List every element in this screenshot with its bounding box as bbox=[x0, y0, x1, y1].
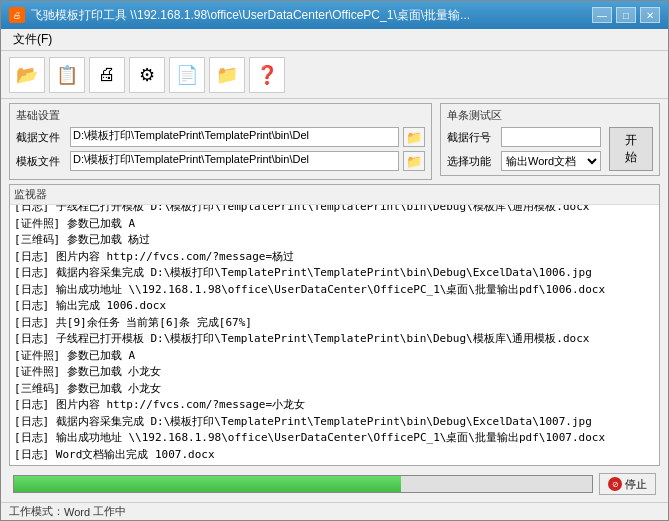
toolbar-clipboard[interactable]: 📋 bbox=[49, 57, 85, 93]
data-file-input[interactable]: D:\模板打印\TemplatePrint\TemplatePrint\bin\… bbox=[70, 127, 399, 147]
template-file-row: 模板文件 D:\模板打印\TemplatePrint\TemplatePrint… bbox=[16, 151, 425, 171]
progress-area: ⊘ 停止 bbox=[9, 470, 660, 498]
menu-file[interactable]: 文件(F) bbox=[5, 29, 60, 50]
maximize-button[interactable]: □ bbox=[616, 7, 636, 23]
log-line: [证件照] 参数已加载 A bbox=[14, 216, 655, 233]
data-file-folder-btn[interactable]: 📁 bbox=[403, 127, 425, 147]
stop-icon: ⊘ bbox=[608, 477, 622, 491]
template-file-input[interactable]: D:\模板打印\TemplatePrint\TemplatePrint\bin\… bbox=[70, 151, 399, 171]
data-file-label: 截据文件 bbox=[16, 130, 66, 145]
select-func-label: 选择功能 bbox=[447, 154, 497, 169]
log-line: [三维码] 参数已加载 杨过 bbox=[14, 232, 655, 249]
log-line: [日志] 子线程已打开模板 D:\模板打印\TemplatePrint\Temp… bbox=[14, 331, 655, 348]
title-bar: 🖨 飞驰模板打印工具 \\192.168.1.98\office\UserDat… bbox=[1, 1, 668, 29]
log-line: [日志] 输出成功地址 \\192.168.1.98\office\UserDa… bbox=[14, 282, 655, 299]
monitor-content[interactable]: [日志] 子线程已打开模板 D:\模板打印\TemplatePrint\Temp… bbox=[10, 205, 659, 465]
close-button[interactable]: ✕ bbox=[640, 7, 660, 23]
status-bar: 工作模式： Word 工作中 bbox=[1, 502, 668, 520]
log-line: [日志] 子线程已打开模板 D:\模板打印\TemplatePrint\Temp… bbox=[14, 205, 655, 216]
monitor-title: 监视器 bbox=[10, 185, 659, 205]
settings-row: 基础设置 截据文件 D:\模板打印\TemplatePrint\Template… bbox=[9, 103, 660, 180]
log-line: [日志] 图片内容 http://fvcs.com/?message=小龙女 bbox=[14, 397, 655, 414]
toolbar-open[interactable]: 📂 bbox=[9, 57, 45, 93]
status-mode-value: Word bbox=[64, 506, 90, 518]
data-row-row: 截据行号 bbox=[447, 127, 601, 147]
basic-settings-title: 基础设置 bbox=[16, 108, 425, 123]
progress-bar-fill bbox=[14, 476, 401, 492]
title-controls: — □ ✕ bbox=[592, 7, 660, 23]
app-icon: 🖨 bbox=[9, 7, 25, 23]
func-select[interactable]: 输出Word文档 输出PDF文档 bbox=[501, 151, 601, 171]
main-window: 🖨 飞驰模板打印工具 \\192.168.1.98\office\UserDat… bbox=[0, 0, 669, 521]
log-line: [日志] 截据内容采集完成 D:\模板打印\TemplatePrint\Temp… bbox=[14, 265, 655, 282]
log-line: [日志] Word文档输出完成 1007.docx bbox=[14, 447, 655, 464]
template-file-folder-btn[interactable]: 📁 bbox=[403, 151, 425, 171]
single-test-fields: 截据行号 选择功能 输出Word文档 输出PDF文档 bbox=[447, 127, 601, 171]
status-value: 工作中 bbox=[93, 504, 126, 519]
log-line: [日志] 图片内容 http://fvcs.com/?message=杨过 bbox=[14, 249, 655, 266]
log-line: [日志] 输出成功地址 \\192.168.1.98\office\UserDa… bbox=[14, 430, 655, 447]
toolbar-help[interactable]: ❓ bbox=[249, 57, 285, 93]
progress-bar-container bbox=[13, 475, 593, 493]
log-line: [三维码] 参数已加载 小龙女 bbox=[14, 381, 655, 398]
monitor-section: 监视器 [日志] 子线程已打开模板 D:\模板打印\TemplatePrint\… bbox=[9, 184, 660, 466]
log-line: [证件照] 参数已加载 A bbox=[14, 348, 655, 365]
select-func-row: 选择功能 输出Word文档 输出PDF文档 bbox=[447, 151, 601, 171]
title-bar-left: 🖨 飞驰模板打印工具 \\192.168.1.98\office\UserDat… bbox=[9, 7, 470, 24]
toolbar-folder[interactable]: 📁 bbox=[209, 57, 245, 93]
log-line: [日志] 共[9]余任务 当前第[6]条 完成[67%] bbox=[14, 315, 655, 332]
toolbar-document[interactable]: 📄 bbox=[169, 57, 205, 93]
window-title: 飞驰模板打印工具 \\192.168.1.98\office\UserDataC… bbox=[31, 7, 470, 24]
single-test-group: 单条测试区 截据行号 选择功能 输出Word文档 输出PDF文档 bbox=[440, 103, 660, 176]
toolbar: 📂 📋 🖨 ⚙ 📄 📁 ❓ bbox=[1, 51, 668, 99]
single-test-title: 单条测试区 bbox=[447, 108, 653, 123]
log-line: [证件照] 参数已加载 小龙女 bbox=[14, 364, 655, 381]
log-line: [日志] 截据内容采集完成 D:\模板打印\TemplatePrint\Temp… bbox=[14, 414, 655, 431]
status-mode-label: 工作模式： bbox=[9, 504, 64, 519]
start-button[interactable]: 开始 bbox=[609, 127, 653, 171]
basic-settings-group: 基础设置 截据文件 D:\模板打印\TemplatePrint\Template… bbox=[9, 103, 432, 180]
log-line: [日志] 输出完成 1006.docx bbox=[14, 298, 655, 315]
main-area: 基础设置 截据文件 D:\模板打印\TemplatePrint\Template… bbox=[1, 99, 668, 502]
stop-label: 停止 bbox=[625, 477, 647, 492]
data-row-input[interactable] bbox=[501, 127, 601, 147]
toolbar-settings[interactable]: ⚙ bbox=[129, 57, 165, 93]
data-file-row: 截据文件 D:\模板打印\TemplatePrint\TemplatePrint… bbox=[16, 127, 425, 147]
data-row-label: 截据行号 bbox=[447, 130, 497, 145]
toolbar-print[interactable]: 🖨 bbox=[89, 57, 125, 93]
menu-bar: 文件(F) bbox=[1, 29, 668, 51]
template-file-label: 模板文件 bbox=[16, 154, 66, 169]
minimize-button[interactable]: — bbox=[592, 7, 612, 23]
stop-button[interactable]: ⊘ 停止 bbox=[599, 473, 656, 495]
